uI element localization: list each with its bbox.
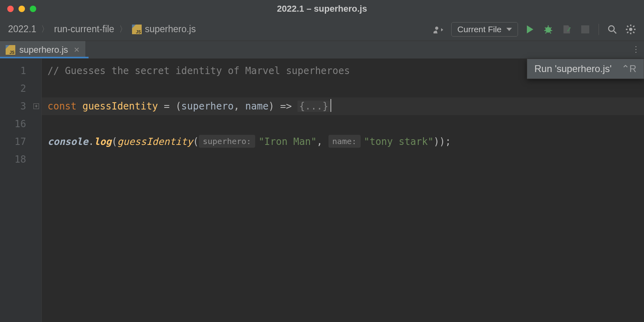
separator xyxy=(599,24,599,35)
breadcrumb-label: 2022.1 xyxy=(8,24,36,35)
breadcrumb-file[interactable]: JS superhero.js xyxy=(132,24,196,35)
active-tab-indicator xyxy=(0,57,89,58)
line-number[interactable]: 3 + xyxy=(0,97,41,115)
window-title: 2022.1 – superhero.js xyxy=(277,4,367,14)
chevron-right-icon: 〉 xyxy=(117,24,130,35)
breadcrumb-project[interactable]: 2022.1 xyxy=(8,24,36,35)
chevron-down-icon xyxy=(506,28,512,31)
close-tab-icon[interactable]: ✕ xyxy=(74,45,80,54)
gutter: 1 2 3 + 16 17 18 xyxy=(0,59,42,322)
run-tooltip: Run 'superhero.js' ⌃R xyxy=(527,59,644,79)
toolbar-right: Current File xyxy=(433,22,636,37)
inlay-hint: name: xyxy=(328,135,361,148)
navigation-bar: 2022.1 〉 run-current-file 〉 JS superhero… xyxy=(0,18,644,41)
tooltip-text: Run 'superhero.js' xyxy=(535,63,612,74)
line-number[interactable]: 17 xyxy=(0,133,41,151)
inlay-hint: superhero: xyxy=(199,135,255,148)
run-config-label: Current File xyxy=(457,25,502,34)
code-line[interactable] xyxy=(47,115,644,133)
svg-point-3 xyxy=(629,28,632,31)
line-number[interactable]: 16 xyxy=(0,115,41,133)
maximize-window-icon[interactable] xyxy=(30,6,36,12)
js-file-icon: JS xyxy=(6,45,15,55)
tooltip-shortcut: ⌃R xyxy=(621,63,636,74)
code-line[interactable]: console.log(guessIdentity(superhero:"Iro… xyxy=(47,133,644,151)
code-editor[interactable]: 1 2 3 + 16 17 18 // Guesses the secret i… xyxy=(0,59,644,322)
tab-label: superhero.js xyxy=(19,45,68,55)
search-icon[interactable] xyxy=(607,24,617,35)
line-number[interactable]: 1 xyxy=(0,62,41,80)
line-number[interactable]: 18 xyxy=(0,151,41,168)
breadcrumbs: 2022.1 〉 run-current-file 〉 JS superhero… xyxy=(8,24,196,35)
fold-expand-icon[interactable]: + xyxy=(33,103,39,109)
folded-block[interactable]: {...} xyxy=(297,101,330,112)
code-line[interactable] xyxy=(47,151,644,168)
stop-icon[interactable] xyxy=(580,24,590,35)
chevron-right-icon: 〉 xyxy=(39,24,52,35)
debug-icon[interactable] xyxy=(543,24,553,35)
breadcrumb-label: run-current-file xyxy=(54,24,114,35)
run-toolbar xyxy=(524,24,636,35)
minimize-window-icon[interactable] xyxy=(19,6,25,12)
svg-rect-1 xyxy=(581,25,589,33)
editor-tabs: JS superhero.js ✕ ⋮ xyxy=(0,41,644,59)
js-file-icon: JS xyxy=(132,25,142,34)
breadcrumb-folder[interactable]: run-current-file xyxy=(54,24,114,35)
run-icon[interactable] xyxy=(524,24,535,35)
window-controls xyxy=(7,6,36,12)
svg-point-2 xyxy=(609,26,614,31)
code-with-me-icon[interactable] xyxy=(433,25,445,34)
coverage-icon[interactable] xyxy=(561,24,572,35)
run-config-dropdown[interactable]: Current File xyxy=(451,22,518,37)
tab-overflow-icon[interactable]: ⋮ xyxy=(632,44,640,54)
line-number[interactable]: 2 xyxy=(0,80,41,97)
breadcrumb-label: superhero.js xyxy=(145,24,196,35)
settings-icon[interactable] xyxy=(625,24,636,35)
text-caret xyxy=(330,99,331,112)
title-bar: 2022.1 – superhero.js xyxy=(0,0,644,18)
code-line[interactable] xyxy=(47,80,644,97)
svg-point-0 xyxy=(545,27,551,33)
tab-superhero-js[interactable]: JS superhero.js ✕ xyxy=(0,41,85,58)
code-line[interactable]: const guessIdentity = (superhero, name) … xyxy=(47,97,644,115)
close-window-icon[interactable] xyxy=(7,6,14,12)
code-area[interactable]: // Guesses the secret identity of Marvel… xyxy=(42,59,644,322)
